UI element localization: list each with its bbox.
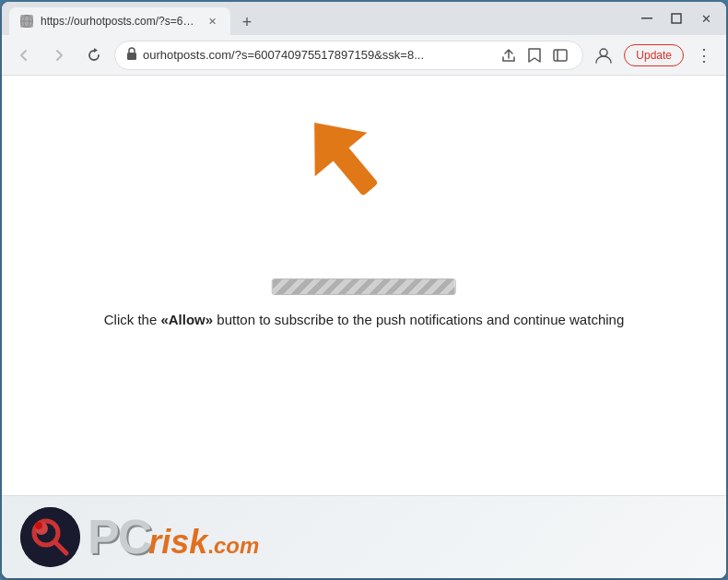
allow-text: «Allow»: [160, 312, 213, 327]
share-icon[interactable]: [498, 44, 520, 66]
new-tab-button[interactable]: +: [234, 9, 260, 35]
forward-button[interactable]: [44, 41, 74, 70]
progress-bar: [272, 278, 456, 295]
logo-text: PC risk.com: [88, 513, 259, 562]
svg-point-11: [20, 507, 80, 567]
maximize-button[interactable]: [663, 6, 689, 31]
back-button[interactable]: [9, 41, 39, 70]
browser-tab[interactable]: https://ourhotposts.com/?s=600... ✕: [9, 7, 230, 35]
minimize-button[interactable]: [634, 6, 660, 31]
logo-com: com: [214, 533, 259, 558]
svg-point-8: [600, 49, 607, 56]
tab-title: https://ourhotposts.com/?s=600...: [41, 15, 197, 28]
nav-bar: ourhotposts.com/?s=600740975517897159&ss…: [2, 35, 726, 76]
logo-risk-text: risk.com: [148, 523, 259, 562]
url-text: ourhotposts.com/?s=600740975517897159&ss…: [143, 48, 492, 62]
logo-dot: .: [207, 533, 214, 558]
sidebar-icon[interactable]: [549, 44, 571, 66]
address-icons: [498, 44, 571, 66]
progress-section: Click the «Allow» button to subscribe to…: [104, 278, 625, 329]
svg-rect-4: [672, 14, 681, 23]
logo-circle-svg: [20, 507, 80, 567]
arrow-container: [306, 103, 398, 227]
logo-icon: [20, 507, 80, 567]
tab-close-button[interactable]: ✕: [205, 14, 219, 29]
title-bar: https://ourhotposts.com/?s=600... ✕ + ✕: [2, 2, 726, 35]
instruction-text: Click the «Allow» button to subscribe to…: [104, 310, 625, 329]
lock-icon: [126, 47, 137, 63]
svg-point-15: [35, 522, 42, 529]
profile-button[interactable]: [589, 41, 618, 70]
svg-rect-6: [554, 50, 567, 61]
bookmark-icon[interactable]: [523, 44, 546, 66]
orange-arrow-svg: [306, 103, 398, 223]
instruction-suffix: button to subscribe to the push notifica…: [213, 312, 624, 327]
instruction-prefix: Click the: [104, 312, 161, 327]
svg-rect-3: [641, 18, 652, 19]
address-bar[interactable]: ourhotposts.com/?s=600740975517897159&ss…: [114, 41, 583, 70]
tab-favicon: [20, 15, 33, 28]
close-button[interactable]: ✕: [693, 6, 719, 31]
logo-area: PC risk.com: [2, 495, 726, 578]
logo-pc-text: PC: [88, 513, 150, 561]
menu-button[interactable]: ⋮: [689, 41, 719, 70]
svg-rect-5: [127, 53, 136, 60]
reload-button[interactable]: [79, 41, 109, 70]
risk-text: risk: [148, 523, 207, 561]
tab-area: https://ourhotposts.com/?s=600... ✕ +: [9, 2, 634, 35]
progress-bar-fill: [273, 279, 455, 294]
page-content: Click the «Allow» button to subscribe to…: [2, 76, 726, 578]
browser-window: https://ourhotposts.com/?s=600... ✕ + ✕: [2, 2, 726, 578]
window-controls: ✕: [634, 6, 719, 31]
update-button[interactable]: Update: [624, 44, 684, 66]
